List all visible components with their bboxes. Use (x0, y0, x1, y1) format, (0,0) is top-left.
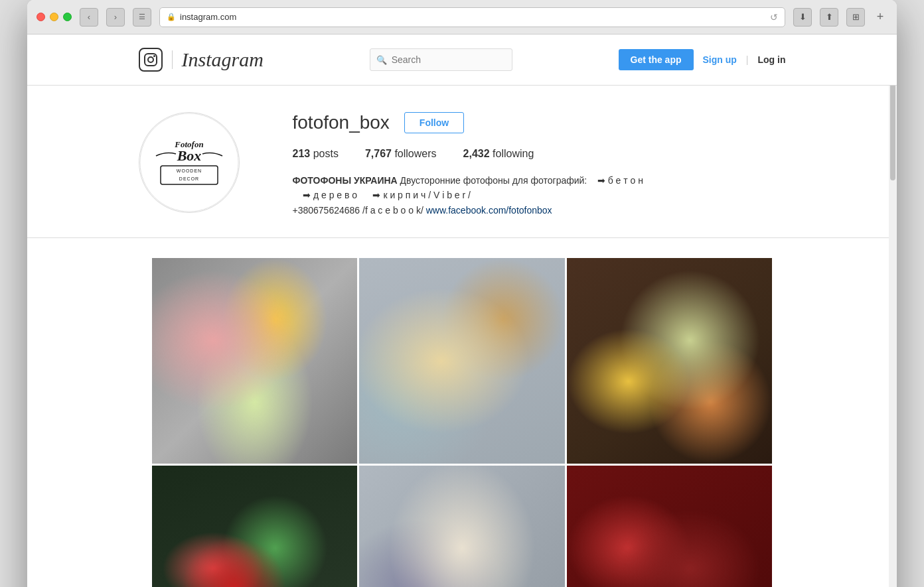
followers-stat: 7,767 followers (365, 148, 437, 160)
grid-item-4[interactable] (152, 466, 358, 587)
profile-avatar: Fotofon Box WOODEN DECOR (139, 112, 240, 213)
svg-point-2 (153, 55, 155, 57)
search-input[interactable] (370, 48, 512, 71)
sidebar-icon: ⊞ (852, 12, 860, 22)
forward-icon: › (114, 12, 117, 22)
svg-point-1 (148, 57, 153, 62)
bio-link[interactable]: www.facebook.com/fotofonbox (426, 205, 552, 216)
posts-label-text: posts (313, 148, 339, 159)
logo-divider (172, 50, 173, 69)
search-container: 🔍 (370, 48, 512, 71)
bio-line1: ФОТОФОНЫ УКРАИНА Двусторонние фотофоны д… (293, 173, 658, 203)
download-icon: ⬇ (799, 12, 807, 22)
profile-section: Fotofon Box WOODEN DECOR (27, 86, 897, 238)
photo-grid-section (27, 238, 897, 587)
search-wrapper: 🔍 (370, 48, 512, 71)
instagram-navbar: Instagram 🔍 Get the app Sign up | Log in (27, 34, 897, 86)
posts-count: 213 (293, 148, 311, 159)
profile-bio: ФОТОФОНЫ УКРАИНА Двусторонние фотофоны д… (293, 173, 658, 218)
follow-button[interactable]: Follow (404, 112, 464, 133)
profile-inner: Fotofon Box WOODEN DECOR (139, 112, 786, 218)
following-stat: 2,432 following (463, 148, 534, 160)
back-button[interactable]: ‹ (80, 8, 98, 27)
photo-grid (152, 258, 773, 587)
navbar-inner: Instagram 🔍 Get the app Sign up | Log in (139, 48, 786, 72)
sidebar-button[interactable]: ⊞ (846, 8, 865, 27)
traffic-lights (37, 13, 72, 21)
followers-count: 7,767 (365, 148, 392, 159)
grid-item-6[interactable] (567, 466, 773, 587)
browser-body: Instagram 🔍 Get the app Sign up | Log in (27, 34, 897, 587)
get-app-button[interactable]: Get the app (619, 49, 694, 70)
browser-titlebar: ‹ › ☰ 🔒 instagram.com ↺ ⬇ ⬆ ⊞ + (27, 0, 897, 34)
posts-stat: 213 posts (293, 148, 339, 160)
download-button[interactable]: ⬇ (793, 8, 812, 27)
share-icon: ⬆ (826, 12, 833, 22)
profile-stats: 213 posts 7,767 followers 2,432 followin… (293, 148, 786, 160)
signup-link[interactable]: Sign up (703, 54, 737, 65)
address-bar[interactable]: 🔒 instagram.com ↺ (159, 7, 785, 27)
nav-actions: Get the app Sign up | Log in (619, 49, 786, 70)
grid-item-1[interactable] (152, 258, 358, 464)
profile-header: fotofon_box Follow (293, 112, 786, 133)
grid-item-2[interactable] (359, 258, 565, 464)
profile-info: fotofon_box Follow 213 posts 7,767 follo… (293, 112, 786, 218)
grid-item-3[interactable] (567, 258, 773, 464)
lock-icon: 🔒 (167, 13, 176, 21)
followers-label: followers (394, 148, 436, 159)
following-count: 2,432 (463, 148, 490, 159)
search-icon: 🔍 (376, 55, 387, 65)
login-link[interactable]: Log in (757, 54, 785, 65)
svg-text:DECOR: DECOR (179, 176, 198, 181)
grid-item-5[interactable] (359, 466, 565, 587)
profile-username: fotofon_box (293, 112, 390, 133)
add-tab-button[interactable]: + (873, 10, 887, 25)
svg-text:Box: Box (176, 147, 201, 164)
bio-line2: +380675624686 /f a c e b o o k/ www.face… (293, 203, 658, 218)
scrollbar[interactable] (889, 34, 897, 587)
reader-icon: ☰ (139, 13, 145, 21)
following-label: following (493, 148, 534, 159)
back-icon: ‹ (88, 12, 90, 22)
url-display: instagram.com (180, 12, 236, 22)
browser-window: ‹ › ☰ 🔒 instagram.com ↺ ⬇ ⬆ ⊞ + (27, 0, 897, 587)
reader-view-button[interactable]: ☰ (133, 8, 151, 27)
bio-brand: ФОТОФОНЫ УКРАИНА (293, 175, 398, 186)
instagram-camera-icon (139, 48, 163, 72)
instagram-logo: Instagram (139, 48, 264, 72)
page-content: Instagram 🔍 Get the app Sign up | Log in (27, 34, 897, 587)
instagram-wordmark: Instagram (182, 48, 264, 71)
fullscreen-button[interactable] (63, 13, 72, 21)
nav-divider: | (746, 54, 749, 65)
share-button[interactable]: ⬆ (820, 8, 838, 27)
minimize-button[interactable] (50, 13, 58, 21)
forward-button[interactable]: › (106, 8, 125, 27)
svg-text:WOODEN: WOODEN (176, 168, 201, 173)
reload-button[interactable]: ↺ (770, 12, 778, 23)
close-button[interactable] (37, 13, 45, 21)
